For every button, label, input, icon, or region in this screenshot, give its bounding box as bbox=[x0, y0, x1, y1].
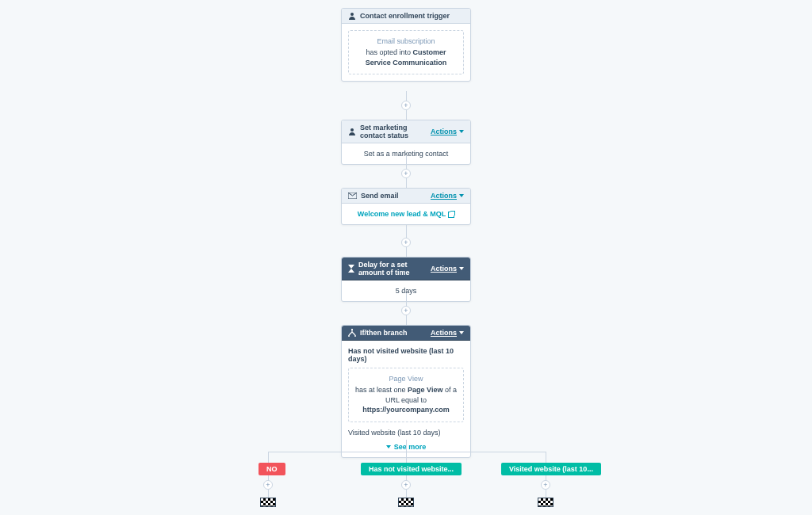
node-title: Delay for a set amount of time bbox=[358, 261, 431, 277]
external-link-icon bbox=[448, 212, 454, 218]
node-body: Welcome new lead & MQL bbox=[342, 204, 470, 224]
connector bbox=[406, 452, 407, 463]
criteria-subtitle: Email subscription bbox=[354, 37, 458, 45]
finish-flag-icon bbox=[260, 498, 276, 507]
chevron-down-icon bbox=[459, 267, 464, 270]
chevron-down-icon bbox=[459, 130, 464, 133]
svg-point-4 bbox=[354, 335, 356, 337]
connector bbox=[268, 452, 546, 452]
node-body: Email subscription has opted into Custom… bbox=[342, 24, 470, 81]
criteria-card: Email subscription has opted into Custom… bbox=[348, 30, 464, 74]
criteria-line: has opted into Customer Service Communic… bbox=[354, 48, 458, 67]
svg-point-1 bbox=[350, 128, 354, 132]
node-title: Set marketing contact status bbox=[360, 124, 431, 139]
add-step-button[interactable]: + bbox=[401, 480, 411, 490]
node-header: Send email Actions bbox=[342, 189, 470, 204]
node-title: Send email bbox=[361, 192, 431, 200]
add-step-button[interactable]: + bbox=[401, 238, 411, 247]
criteria-line: has at least one Page View of a URL equa… bbox=[354, 385, 458, 415]
finish-flag-icon bbox=[398, 498, 414, 507]
chevron-down-icon bbox=[386, 445, 391, 448]
contact-icon bbox=[348, 12, 356, 20]
branch-condition-title: Visited website (last 10 days) bbox=[348, 429, 464, 437]
workflow-canvas: Contact enrollment trigger Email subscri… bbox=[0, 0, 812, 515]
branch-icon bbox=[348, 329, 356, 337]
chevron-down-icon bbox=[459, 331, 464, 334]
finish-flag-icon bbox=[538, 498, 553, 507]
svg-point-3 bbox=[348, 335, 350, 337]
actions-dropdown[interactable]: Actions bbox=[431, 192, 464, 200]
actions-dropdown[interactable]: Actions bbox=[431, 265, 464, 273]
node-ifthen-branch[interactable]: If/then branch Actions Has not visited w… bbox=[341, 325, 471, 458]
criteria-subtitle: Page View bbox=[354, 375, 458, 383]
node-header: Contact enrollment trigger bbox=[342, 9, 470, 24]
connector bbox=[546, 452, 546, 463]
criteria-card: Page View has at least one Page View of … bbox=[348, 368, 464, 422]
node-send-email[interactable]: Send email Actions Welcome new lead & MQ… bbox=[341, 188, 471, 225]
chevron-down-icon bbox=[459, 194, 464, 197]
node-title: If/then branch bbox=[360, 329, 431, 337]
hourglass-icon bbox=[348, 265, 354, 273]
add-step-button[interactable]: + bbox=[401, 306, 411, 315]
add-step-button[interactable]: + bbox=[401, 101, 411, 110]
email-icon bbox=[348, 193, 357, 199]
branch-pill-no[interactable]: NO bbox=[259, 463, 285, 475]
svg-point-5 bbox=[351, 329, 353, 330]
node-title: Contact enrollment trigger bbox=[360, 12, 464, 20]
contact-icon bbox=[348, 128, 356, 135]
node-header: If/then branch Actions bbox=[342, 326, 470, 341]
actions-dropdown[interactable]: Actions bbox=[431, 329, 464, 337]
add-step-button[interactable]: + bbox=[263, 480, 273, 490]
connector bbox=[268, 452, 269, 463]
branch-pill-not-visited[interactable]: Has not visited website... bbox=[361, 463, 462, 475]
connector bbox=[406, 440, 407, 452]
add-step-button[interactable]: + bbox=[401, 169, 411, 178]
branch-condition-title: Has not visited website (last 10 days) bbox=[348, 347, 464, 363]
svg-point-0 bbox=[350, 13, 354, 16]
actions-dropdown[interactable]: Actions bbox=[431, 128, 464, 135]
node-enrollment-trigger[interactable]: Contact enrollment trigger Email subscri… bbox=[341, 8, 471, 82]
node-header: Set marketing contact status Actions bbox=[342, 120, 470, 143]
branch-pill-visited[interactable]: Visited website (last 10... bbox=[501, 463, 601, 475]
node-header: Delay for a set amount of time Actions bbox=[342, 258, 470, 280]
email-link[interactable]: Welcome new lead & MQL bbox=[358, 210, 454, 218]
add-step-button[interactable]: + bbox=[541, 480, 550, 490]
